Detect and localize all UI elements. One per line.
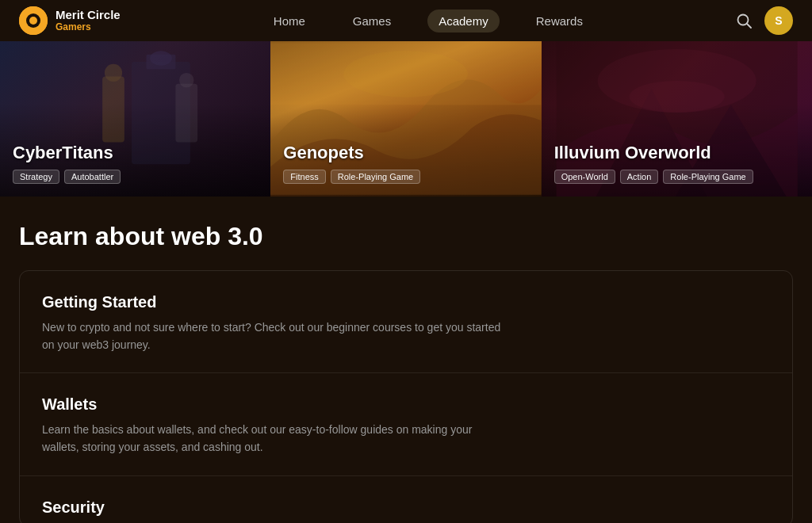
nav-home[interactable]: Home — [262, 10, 316, 32]
genopets-tags: Fitness Role-Playing Game — [283, 170, 528, 184]
cybertitans-tag-0: Strategy — [13, 170, 59, 184]
user-avatar[interactable]: S — [764, 6, 793, 35]
search-button[interactable] — [736, 13, 752, 29]
search-icon — [736, 13, 752, 29]
svg-point-9 — [105, 64, 122, 82]
nav-rewards[interactable]: Rewards — [525, 10, 594, 32]
learn-card-security[interactable]: Security — [20, 476, 792, 523]
genopets-title: Genopets — [283, 143, 528, 163]
logo-area: Merit Circle Gamers — [19, 6, 121, 35]
cybertitans-title: CyberTitans — [13, 143, 258, 163]
game-card-illuvium[interactable]: Illuvium Overworld Open-World Action Rol… — [542, 41, 812, 197]
header-actions: S — [736, 6, 793, 35]
illuvium-content: Illuvium Overworld Open-World Action Rol… — [542, 130, 812, 197]
illuvium-tags: Open-World Action Role-Playing Game — [554, 170, 799, 184]
security-title: Security — [42, 498, 770, 517]
merit-circle-logo-svg — [19, 6, 48, 35]
svg-point-7 — [150, 51, 172, 65]
svg-point-2 — [29, 17, 37, 25]
logo-sub: Gamers — [56, 22, 121, 32]
svg-line-4 — [747, 24, 751, 28]
cybertitans-content: CyberTitans Strategy Autobattler — [0, 130, 270, 197]
learn-cards-container: Getting Started New to crypto and not su… — [19, 270, 793, 523]
svg-point-16 — [629, 81, 724, 113]
logo-icon — [19, 6, 48, 35]
genopets-content: Genopets Fitness Role-Playing Game — [270, 130, 541, 197]
genopets-tag-1: Role-Playing Game — [331, 170, 420, 184]
learn-card-getting-started[interactable]: Getting Started New to crypto and not su… — [20, 271, 792, 373]
game-card-genopets[interactable]: Genopets Fitness Role-Playing Game — [270, 41, 541, 197]
getting-started-desc: New to crypto and not sure where to star… — [42, 319, 502, 353]
wallets-title: Wallets — [42, 395, 770, 414]
logo-text: Merit Circle Gamers — [56, 9, 121, 32]
section-title: Learn about web 3.0 — [19, 222, 793, 251]
cybertitans-tags: Strategy Autobattler — [13, 170, 258, 184]
game-card-cybertitans[interactable]: CyberTitans Strategy Autobattler — [0, 41, 270, 197]
cybertitans-tag-1: Autobattler — [64, 170, 121, 184]
svg-point-11 — [179, 73, 193, 87]
logo-name: Merit Circle — [56, 9, 121, 22]
main-content: Learn about web 3.0 Getting Started New … — [0, 197, 812, 523]
illuvium-title: Illuvium Overworld — [554, 143, 799, 163]
svg-point-13 — [344, 51, 468, 97]
illuvium-tag-1: Action — [620, 170, 659, 184]
header: Merit Circle Gamers Home Games Academy R… — [0, 0, 812, 41]
game-cards-section: CyberTitans Strategy Autobattler Genopet… — [0, 41, 812, 197]
nav-games[interactable]: Games — [342, 10, 402, 32]
learn-card-wallets[interactable]: Wallets Learn the basics about wallets, … — [20, 373, 792, 475]
genopets-tag-0: Fitness — [283, 170, 325, 184]
illuvium-tag-0: Open-World — [554, 170, 615, 184]
getting-started-title: Getting Started — [42, 293, 770, 311]
nav-academy[interactable]: Academy — [427, 10, 500, 32]
main-nav: Home Games Academy Rewards — [262, 10, 594, 32]
wallets-desc: Learn the basics about wallets, and chec… — [42, 422, 502, 456]
illuvium-tag-2: Role-Playing Game — [663, 170, 753, 184]
